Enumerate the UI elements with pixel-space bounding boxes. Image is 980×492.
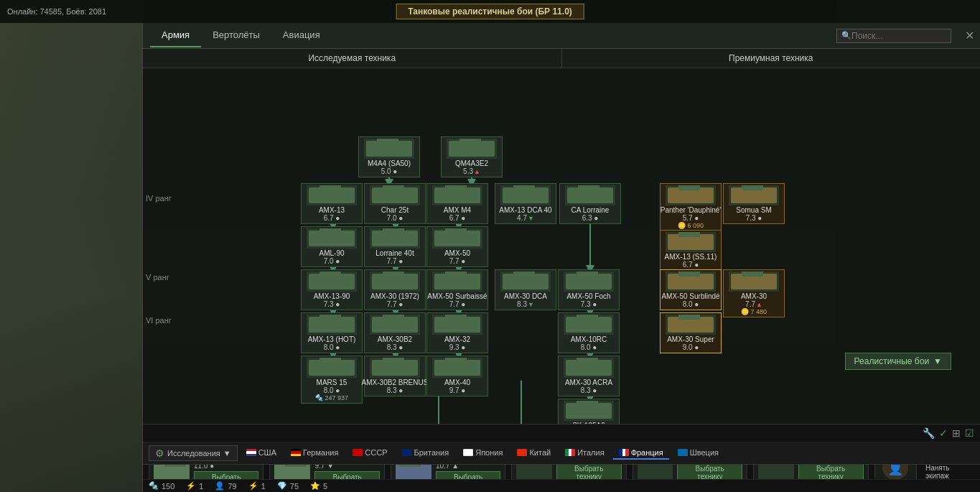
- tank-node-lorraine40t[interactable]: Lorraine 40t7.7 ●: [364, 226, 426, 267]
- tank-node-mars15[interactable]: MARS 158.0 ●🔩 247 937: [301, 356, 363, 404]
- tank-node-char25t[interactable]: Char 25t7.0 ●: [364, 183, 426, 224]
- realistic-battles-button[interactable]: Реалистичные бои ▼: [845, 353, 951, 370]
- tank-node-amx30b2[interactable]: AMX-30B28.3 ●: [364, 312, 426, 353]
- vehicle-slot-mirage[interactable]: Mirage IIIC 10.7 ▲ Выбрать технику: [391, 465, 505, 479]
- tank-node-amx30prem[interactable]: AMX-307.7 ▲🪙 7 480: [723, 269, 785, 317]
- tank-br-char25t: 7.0 ●: [387, 214, 403, 222]
- stat-boost: ⚡ 1: [186, 481, 203, 491]
- search-input[interactable]: [851, 31, 945, 41]
- tank-node-amx50surb[interactable]: AMX-50 Surbaissé7.7 ●: [426, 269, 488, 310]
- vehicle-info-mirage: Mirage IIIC 10.7 ▲ Выбрать технику: [436, 465, 500, 479]
- vehicle-slot-leclerc[interactable]: Leclerc 11.0 ● Выбрать технику: [149, 465, 263, 479]
- nation-tab-jp[interactable]: Япония: [457, 447, 508, 460]
- tank-name-char25t: Char 25t: [381, 206, 409, 214]
- section-headers: Исследуемая техника Премиумная техника: [143, 49, 980, 68]
- tank-node-amx30dca[interactable]: AMX-30 DCA8.3 ▼: [495, 269, 556, 310]
- tank-node-amx301972[interactable]: AMX-30 (1972)7.7 ●: [364, 269, 426, 310]
- research-tab[interactable]: ⚙ Исследования ▼: [149, 445, 238, 461]
- br-up-icon: ▲: [756, 301, 762, 308]
- tab-army[interactable]: Армия: [150, 24, 201, 47]
- tank-node-amx1355[interactable]: AMX-13 (SS.11)6.7 ●: [660, 230, 722, 271]
- hire-crew-text: Нанять экипаж: [925, 465, 974, 479]
- tank-br-qm4a3e2: 5.3 ▲: [463, 167, 480, 175]
- tank-node-amx30b2brenus[interactable]: AMX-30B2 BRENUS8.3 ●: [364, 356, 426, 396]
- tank-img-amx10rc: [564, 315, 614, 335]
- nation-tab-sw[interactable]: Швеция: [672, 447, 724, 460]
- tank-node-pantherD[interactable]: Panther 'Dauphiné'5.7 ●🪙 6 090: [660, 183, 722, 231]
- nation-label-uk: Британия: [414, 448, 449, 457]
- tank-br-lorraine40t: 7.7 ●: [387, 257, 403, 265]
- tank-silhouette-amx1355: [668, 234, 714, 250]
- tank-node-amx10rc[interactable]: AMX-10RC8.0 ●: [558, 312, 620, 353]
- vehicle-slot-empty3[interactable]: Выбрать технику: [753, 465, 868, 479]
- bottom-bar: Реалистичные бои ▼ 🔧 ✓ ⊞ ☑ ⚙ Исследовани…: [143, 424, 980, 492]
- nation-tab-cn[interactable]: Китай: [511, 447, 556, 460]
- check-icon[interactable]: ✓: [939, 427, 948, 439]
- tank-br-amx13dca40: 4.7 ▼: [517, 214, 534, 222]
- nation-tab-ger[interactable]: Германия: [285, 447, 344, 460]
- tank-name-amx30b2: AMX-30B2: [378, 335, 412, 343]
- vehicle-thumb-leclerc: [154, 465, 190, 479]
- tank-name-amx30prem: AMX-30: [741, 292, 767, 300]
- nation-tab-usa[interactable]: США: [241, 447, 282, 460]
- tank-img-amx301972: [370, 271, 420, 292]
- tank-node-amx50small[interactable]: AMX-507.7 ●: [426, 226, 488, 267]
- tank-br-amx1390: 7.3 ●: [324, 300, 340, 308]
- tank-silhouette-amx50surblinde: [668, 274, 714, 289]
- close-button[interactable]: ✕: [965, 29, 974, 42]
- nation-tab-it[interactable]: Италия: [559, 447, 610, 460]
- tank-silhouette-amx301972: [372, 274, 418, 289]
- select-empty2-button[interactable]: Выбрать технику: [677, 465, 742, 479]
- tank-silhouette-amx13hot: [309, 317, 355, 333]
- tank-node-amx13dca40[interactable]: AMX-13 DCA 404.7 ▼: [495, 183, 556, 224]
- tab-helicopters[interactable]: Вертолёты: [201, 24, 271, 47]
- tank-node-aml90[interactable]: AML-907.0 ●: [301, 226, 363, 267]
- tank-node-amx1390[interactable]: AMX-13-907.3 ●: [301, 269, 363, 310]
- search-box: 🔍: [836, 29, 951, 43]
- vehicle-info-empty2: Выбрать технику: [677, 465, 742, 479]
- tank-img-amx30dca: [500, 271, 551, 292]
- wrench-icon[interactable]: 🔧: [923, 427, 935, 439]
- nation-tab-ussr[interactable]: СССР: [347, 447, 393, 460]
- select-empty1-button[interactable]: Выбрать технику: [556, 465, 622, 479]
- tank-node-amx40[interactable]: AMX-409.7 ●: [426, 356, 488, 396]
- battle-title: Танковые реалистичные бои (БР 11.0): [396, 4, 584, 19]
- tab-aviation[interactable]: Авиация: [271, 24, 332, 47]
- tank-name-amx13hot: AMX-13 (HOT): [308, 335, 356, 343]
- tank-node-amx30super[interactable]: AMX-30 Super9.0 ●: [660, 312, 722, 353]
- tank-name-pantherD: Panther 'Dauphiné': [661, 206, 721, 214]
- tank-node-amx50surblinde[interactable]: AMX-50 Surblindé8.0 ●: [660, 269, 722, 310]
- tank-node-calorraine[interactable]: CA Lorraine6.3 ●: [559, 183, 621, 224]
- list-icon[interactable]: ☑: [965, 427, 974, 439]
- nation-tab-uk[interactable]: Британия: [396, 447, 455, 460]
- tank-img-sk105a2: [564, 401, 614, 421]
- flag-sw: [678, 449, 688, 456]
- tank-node-amx32[interactable]: AMX-329.3 ●: [426, 312, 488, 353]
- tank-name-sk105a2: SK-105A2: [572, 422, 605, 424]
- select-empty3-button[interactable]: Выбрать технику: [798, 465, 864, 479]
- select-mirage-button[interactable]: Выбрать технику: [436, 471, 500, 480]
- tank-node-qm4a3e2[interactable]: QM4A3E25.3 ▲: [441, 136, 503, 177]
- stat-crew: 👤 79: [215, 481, 236, 491]
- tank-node-sk105a2[interactable]: SK-105A28.3 ●🔩 250 000: [558, 399, 620, 424]
- vehicle-slot-empty1[interactable]: Выбрать технику: [511, 465, 626, 479]
- grid-icon[interactable]: ⊞: [952, 427, 961, 439]
- tank-node-somua[interactable]: Somua SM7.3 ●: [723, 183, 785, 224]
- vehicle-info-leclerc: Leclerc 11.0 ● Выбрать технику: [194, 465, 258, 479]
- tank-node-m4a4[interactable]: M4A4 (SA50)5.0 ●: [358, 136, 420, 177]
- select-roland-button[interactable]: Выбрать технику: [314, 471, 379, 480]
- crew-slot[interactable]: 👤 800🌟: [874, 465, 917, 479]
- nation-tab-fr[interactable]: Франция: [613, 447, 669, 460]
- tank-node-amx13hot[interactable]: AMX-13 (HOT)8.0 ●: [301, 312, 363, 353]
- tank-silhouette-mars15: [309, 360, 355, 376]
- tank-node-amx30acra[interactable]: AMX-30 ACRA8.3 ●: [558, 356, 620, 396]
- tank-name-amx30dca: AMX-30 DCA: [504, 292, 547, 300]
- tank-name-amx30super: AMX-30 Super: [667, 335, 714, 343]
- hire-crew-action[interactable]: Нанять экипаж: [925, 465, 974, 479]
- tank-node-amx13[interactable]: AMX-136.7 ●: [301, 183, 363, 224]
- vehicle-slot-empty2[interactable]: Выбрать технику: [633, 465, 747, 479]
- select-leclerc-button[interactable]: Выбрать технику: [194, 471, 258, 480]
- tank-node-amx50foch[interactable]: AMX-50 Foch7.3 ●: [558, 269, 620, 310]
- tank-node-amxm4[interactable]: AMX M46.7 ●: [426, 183, 488, 224]
- vehicle-slot-roland[interactable]: Roland 1 9.7 ▼ Выбрать технику: [269, 465, 384, 479]
